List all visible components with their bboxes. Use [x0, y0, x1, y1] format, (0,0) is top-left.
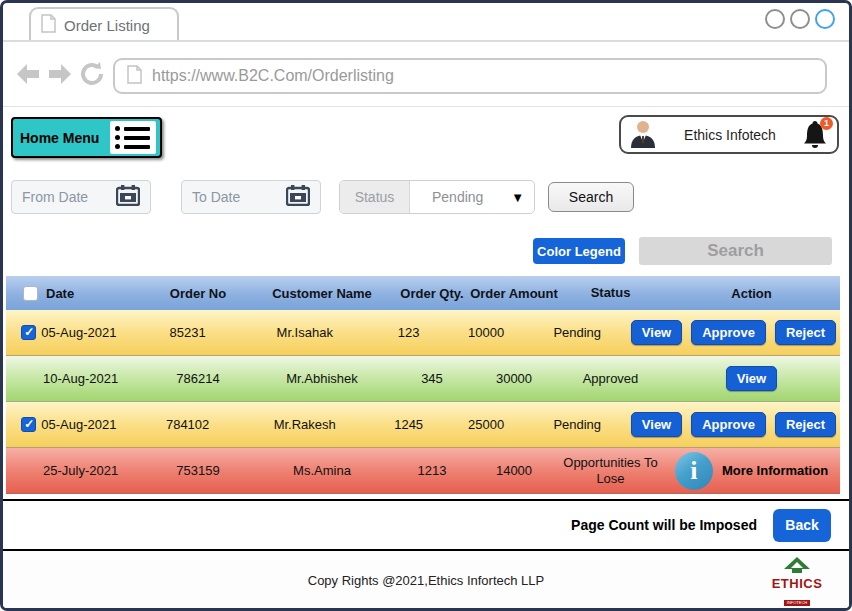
view-button[interactable]: View	[726, 366, 777, 391]
approve-button[interactable]: Approve	[691, 412, 766, 437]
reject-button[interactable]: Reject	[775, 412, 836, 437]
search-button[interactable]: Search	[548, 182, 634, 212]
navigation-bar: https://www.B2C.Com/Orderlisting	[3, 55, 849, 97]
divider-line	[3, 499, 849, 501]
cell-order-no: 753159	[146, 463, 250, 478]
table-header-row: Date Order No Customer Name Order Qty. O…	[6, 276, 840, 310]
status-selected-value: Pending	[432, 189, 483, 205]
logo-text: ETHICS	[769, 577, 825, 590]
cell-order-amount: 10000	[445, 325, 528, 340]
column-header-customer-name: Customer Name	[250, 286, 394, 301]
cell-customer-name: Mr.Abhishek	[250, 371, 394, 386]
select-all-checkbox[interactable]	[23, 286, 38, 301]
table-body: 05-Aug-2021 85231 Mr.Isahak 123 10000 Pe…	[6, 310, 840, 494]
company-name: Ethics Infotech	[657, 127, 803, 143]
info-icon[interactable]: i	[675, 452, 713, 490]
cell-order-qty: 123	[373, 325, 445, 340]
cell-date: 25-July-2021	[38, 463, 146, 478]
page-count-bar: Page Count will be Imposed Back	[3, 503, 849, 547]
notification-bell-icon[interactable]: 1	[803, 120, 829, 150]
cell-customer-name: Mr.Rakesh	[237, 417, 373, 432]
page-count-note: Page Count will be Imposed	[571, 517, 757, 533]
chevron-down-icon: ▼	[511, 190, 524, 205]
menu-list-icon	[110, 121, 156, 154]
cell-order-amount: 30000	[470, 371, 558, 386]
cell-order-amount: 14000	[470, 463, 558, 478]
footer: Copy Rights @2021,Ethics Infortech LLP E…	[3, 551, 849, 608]
to-date-field[interactable]: To Date	[181, 180, 321, 214]
back-button[interactable]: Back	[773, 509, 831, 542]
cell-order-amount: 25000	[445, 417, 528, 432]
cell-date: 10-Aug-2021	[38, 371, 146, 386]
color-legend-button[interactable]: Color Legend	[533, 238, 625, 264]
page-icon	[41, 14, 56, 37]
calendar-icon	[116, 185, 140, 210]
column-header-order-no: Order No	[146, 286, 250, 301]
cell-customer-name: Ms.Amina	[250, 463, 394, 478]
ethics-logo: ETHICS INFOTECH	[769, 557, 825, 608]
from-date-field[interactable]: From Date	[11, 180, 151, 214]
refresh-icon[interactable]	[79, 61, 105, 91]
approve-button[interactable]: Approve	[691, 320, 766, 345]
to-date-label: To Date	[192, 189, 240, 205]
status-dropdown[interactable]: Status Pending ▼	[339, 180, 535, 214]
table-row: 25-July-2021 753159 Ms.Amina 1213 14000 …	[6, 448, 840, 494]
copyright-text: Copy Rights @2021,Ethics Infortech LLP	[3, 573, 849, 588]
cell-date: 05-Aug-2021	[36, 325, 138, 340]
cell-order-qty: 1213	[394, 463, 470, 478]
cell-order-no: 85231	[139, 325, 237, 340]
forward-icon[interactable]	[47, 62, 73, 90]
status-label: Status	[340, 181, 410, 213]
cell-order-no: 786214	[146, 371, 250, 386]
cell-status: Pending	[528, 325, 627, 341]
search-input[interactable]: Search	[639, 237, 832, 265]
from-date-label: From Date	[22, 189, 88, 205]
tabbar-divider	[3, 40, 849, 42]
table-row: 10-Aug-2021 786214 Mr.Abhishek 345 30000…	[6, 356, 840, 402]
calendar-icon	[286, 185, 310, 210]
cell-date: 05-Aug-2021	[36, 417, 138, 432]
more-information-label: More Information	[722, 463, 828, 478]
notification-badge: 1	[820, 117, 833, 130]
view-button[interactable]: View	[631, 320, 682, 345]
logo-subtext: INFOTECH	[784, 600, 810, 606]
row-checkbox[interactable]	[21, 417, 36, 432]
reject-button[interactable]: Reject	[775, 320, 836, 345]
column-header-date: Date	[38, 286, 146, 301]
user-avatar-icon	[629, 118, 657, 152]
cell-order-qty: 1245	[373, 417, 445, 432]
column-header-order-qty: Order Qty.	[394, 286, 470, 301]
column-header-status: Status	[558, 285, 663, 301]
window-control-icon[interactable]	[790, 9, 810, 29]
window-control-icon[interactable]	[815, 9, 835, 29]
window-control-icon[interactable]	[765, 9, 785, 29]
cell-order-no: 784102	[139, 417, 237, 432]
home-menu-label: Home Menu	[20, 130, 99, 146]
cell-customer-name: Mr.Isahak	[237, 325, 373, 340]
window-controls	[765, 9, 835, 29]
column-header-order-amount: Order Amount	[470, 286, 558, 301]
table-row: 05-Aug-2021 85231 Mr.Isahak 123 10000 Pe…	[6, 310, 840, 356]
orders-table: Date Order No Customer Name Order Qty. O…	[6, 276, 840, 494]
status-value-area[interactable]: Pending ▼	[410, 181, 534, 213]
page-icon	[127, 65, 142, 88]
url-bar[interactable]: https://www.B2C.Com/Orderlisting	[113, 58, 827, 94]
tab-title: Order Listing	[64, 17, 150, 34]
cell-order-qty: 345	[394, 371, 470, 386]
chrome-divider	[3, 106, 849, 107]
profile-box[interactable]: Ethics Infotech 1	[619, 115, 839, 154]
home-menu-button[interactable]: Home Menu	[11, 117, 162, 158]
back-icon[interactable]	[15, 62, 41, 90]
more-information: iMore Information	[675, 452, 828, 490]
browser-tab[interactable]: Order Listing	[29, 7, 179, 41]
cell-status: Approved	[558, 371, 663, 387]
browser-window: Order Listing https://www.B2C.Com/Orderl…	[0, 0, 852, 611]
row-checkbox[interactable]	[21, 325, 36, 340]
column-header-action: Action	[663, 286, 840, 301]
view-button[interactable]: View	[631, 412, 682, 437]
cell-status: Pending	[528, 417, 627, 433]
search-input-placeholder: Search	[707, 241, 764, 261]
logo-arrow-icon	[782, 557, 812, 573]
url-text: https://www.B2C.Com/Orderlisting	[152, 67, 394, 85]
cell-status: Opportunities To Lose	[558, 455, 663, 486]
